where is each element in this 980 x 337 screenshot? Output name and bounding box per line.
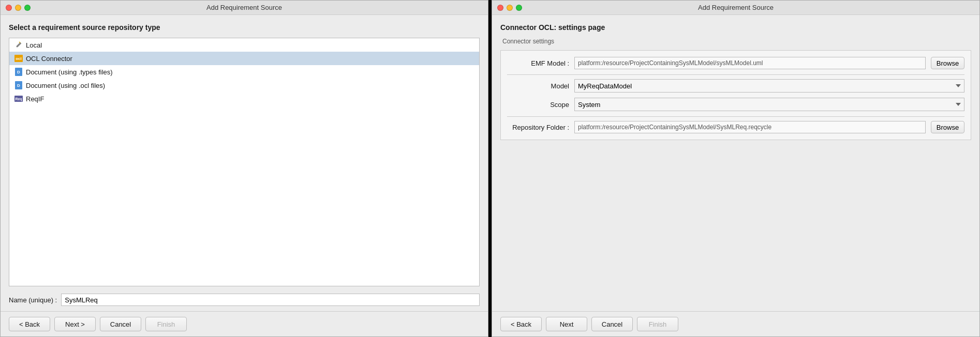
ocl-icon: ocl (14, 54, 23, 63)
emf-model-label: EMF Model : (507, 59, 569, 67)
right-maximize-button[interactable] (516, 5, 522, 11)
right-next-button[interactable]: Next (546, 317, 587, 331)
settings-section: EMF Model : Browse Model MyReqDataModel … (500, 50, 971, 140)
name-input[interactable] (61, 294, 480, 306)
doc-types-icon: D (14, 68, 23, 76)
left-next-button[interactable]: Next > (54, 317, 96, 331)
list-item-ocl[interactable]: ocl OCL Connector (9, 52, 479, 65)
left-cancel-button[interactable]: Cancel (100, 317, 141, 331)
repository-folder-row: Repository Folder : Browse (507, 121, 964, 133)
list-item-ocl-label: OCL Connector (26, 55, 72, 63)
list-item-doc-ocl-label: Document (using .ocl files) (26, 82, 105, 89)
right-titlebar: Add Requirement Source (492, 1, 979, 15)
right-close-button[interactable] (497, 5, 503, 11)
repository-folder-label: Repository Folder : (507, 124, 569, 131)
list-item-doc-types-label: Document (using .types files) (26, 68, 113, 76)
right-back-button[interactable]: < Back (500, 317, 542, 331)
repository-folder-input[interactable] (574, 121, 926, 133)
right-finish-button[interactable]: Finish (637, 317, 678, 331)
emf-model-row: EMF Model : Browse (507, 57, 964, 69)
right-window-controls (497, 5, 522, 11)
left-button-bar: < Back Next > Cancel Finish (1, 311, 488, 336)
model-select[interactable]: MyReqDataModel (574, 79, 964, 93)
left-close-button[interactable] (6, 5, 12, 11)
repository-folder-browse-button[interactable]: Browse (931, 121, 964, 133)
right-button-bar: < Back Next Cancel Finish (492, 311, 979, 336)
right-minimize-button[interactable] (507, 5, 513, 11)
left-content: Select a requirement source repository t… (1, 15, 488, 311)
name-label: Name (unique) : (9, 296, 57, 304)
left-maximize-button[interactable] (24, 5, 31, 11)
list-item-doc-ocl[interactable]: D Document (using .ocl files) (9, 79, 479, 92)
doc-ocl-icon: D (14, 81, 23, 89)
divider-1 (507, 74, 964, 75)
list-item-local[interactable]: Local (9, 38, 479, 52)
list-item-reqif[interactable]: Req ReqIF (9, 92, 479, 105)
right-heading: Connector OCL: settings page (500, 23, 971, 32)
right-title: Add Requirement Source (698, 4, 774, 11)
right-cancel-button[interactable]: Cancel (591, 317, 633, 331)
emf-model-browse-button[interactable]: Browse (931, 57, 964, 69)
right-subheading: Connector settings (500, 38, 971, 45)
left-back-button[interactable]: < Back (9, 317, 50, 331)
left-minimize-button[interactable] (15, 5, 21, 11)
scope-select[interactable]: System (574, 98, 964, 111)
pencil-icon (14, 41, 23, 49)
right-dialog: Add Requirement Source Connector OCL: se… (492, 0, 980, 337)
reqif-icon: Req (14, 95, 23, 103)
left-window-controls (6, 5, 31, 11)
left-titlebar: Add Requirement Source (1, 1, 488, 15)
list-item-doc-types[interactable]: D Document (using .types files) (9, 65, 479, 79)
left-finish-button[interactable]: Finish (145, 317, 187, 331)
left-dialog: Add Requirement Source Select a requirem… (0, 0, 488, 337)
right-content: Connector OCL: settings page Connector s… (492, 15, 979, 311)
divider-2 (507, 116, 964, 117)
model-row: Model MyReqDataModel (507, 79, 964, 93)
repository-type-list[interactable]: Local ocl OCL Connector D Document (usin… (9, 38, 480, 286)
list-item-local-label: Local (26, 41, 42, 49)
emf-model-input[interactable] (574, 57, 926, 69)
name-field-row: Name (unique) : (9, 294, 480, 306)
scope-row: Scope System (507, 98, 964, 111)
left-heading: Select a requirement source repository t… (9, 23, 480, 32)
model-label: Model (507, 82, 569, 90)
left-title: Add Requirement Source (206, 4, 282, 11)
list-item-reqif-label: ReqIF (26, 95, 44, 103)
scope-label: Scope (507, 101, 569, 109)
